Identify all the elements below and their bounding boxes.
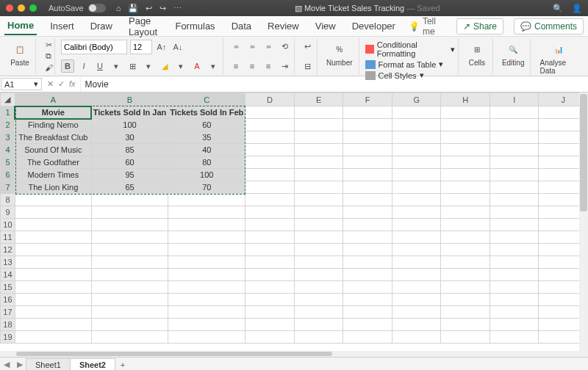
row-header[interactable]: 7 [1, 181, 15, 194]
row-header[interactable]: 15 [1, 281, 15, 294]
cell[interactable] [490, 281, 538, 294]
cell[interactable] [392, 194, 441, 206]
cell[interactable] [490, 269, 538, 281]
cell[interactable] [490, 181, 538, 194]
cell[interactable] [91, 319, 168, 331]
decrease-font-icon[interactable]: A↓ [171, 40, 184, 54]
cell[interactable] [343, 306, 392, 319]
cell[interactable] [294, 106, 343, 119]
font-size-select[interactable] [130, 40, 152, 54]
formula-input[interactable]: Movie [80, 78, 588, 91]
cell[interactable] [343, 206, 392, 219]
col-header-i[interactable]: I [490, 93, 538, 106]
tab-data[interactable]: Data [229, 18, 254, 35]
cell[interactable] [343, 281, 392, 294]
cell[interactable] [294, 219, 343, 231]
name-box[interactable]: A1 ▾ [1, 78, 42, 90]
horizontal-scrollbar[interactable] [0, 351, 588, 357]
maximize-window-button[interactable] [29, 4, 37, 12]
cell[interactable] [294, 269, 343, 281]
editing-button[interactable]: 🔍 Editing [499, 40, 528, 68]
cell[interactable] [441, 106, 490, 119]
font-name-select[interactable] [61, 40, 127, 54]
cell[interactable] [343, 169, 392, 181]
cell[interactable] [441, 256, 490, 269]
tell-me[interactable]: 💡 Tell me [409, 16, 436, 37]
align-left-icon[interactable]: ≡ [229, 59, 243, 73]
cell[interactable] [441, 244, 490, 256]
cell[interactable] [245, 244, 295, 256]
cell[interactable] [392, 206, 441, 219]
cell[interactable] [294, 306, 343, 319]
home-icon[interactable]: ⌂ [116, 4, 121, 13]
cell[interactable] [343, 294, 392, 306]
cell[interactable] [15, 231, 91, 244]
cell[interactable] [490, 131, 538, 144]
cell[interactable] [294, 294, 343, 306]
cell[interactable] [168, 231, 245, 244]
cell[interactable] [343, 119, 392, 131]
row-header[interactable]: 11 [1, 231, 15, 244]
cell[interactable] [294, 244, 343, 256]
indent-icon[interactable]: ⇥ [278, 59, 291, 73]
sheet-nav-next[interactable]: ▶ [13, 360, 26, 369]
cell[interactable] [490, 244, 538, 256]
row-header[interactable]: 14 [1, 269, 15, 281]
cell[interactable] [441, 281, 490, 294]
cell[interactable] [245, 319, 295, 331]
cell[interactable] [15, 269, 91, 281]
search-icon[interactable]: 🔍 [553, 4, 563, 13]
cell[interactable] [294, 194, 343, 206]
row-header[interactable]: 19 [1, 331, 15, 344]
tab-developer[interactable]: Developer [349, 18, 398, 35]
autosave-toggle[interactable] [88, 4, 106, 12]
tab-review[interactable]: Review [265, 18, 302, 35]
row-header[interactable]: 18 [1, 319, 15, 331]
cell[interactable] [490, 256, 538, 269]
cell[interactable]: 80 [168, 156, 245, 169]
cell[interactable] [392, 331, 441, 344]
select-all-corner[interactable]: ◢ [1, 93, 15, 106]
cell[interactable] [245, 106, 295, 119]
cell[interactable] [392, 294, 441, 306]
tab-home[interactable]: Home [4, 17, 37, 35]
cell[interactable]: 60 [168, 119, 245, 131]
cell[interactable] [392, 269, 441, 281]
cell[interactable] [392, 181, 441, 194]
cell[interactable] [392, 106, 441, 119]
cell[interactable]: Sound Of Music [15, 144, 91, 156]
cell[interactable] [15, 306, 91, 319]
cell[interactable] [91, 219, 168, 231]
cell[interactable] [392, 219, 441, 231]
cell[interactable] [343, 131, 392, 144]
cell[interactable] [168, 294, 245, 306]
cell[interactable] [490, 219, 538, 231]
italic-button[interactable]: I [77, 59, 90, 73]
cell[interactable] [245, 219, 295, 231]
row-header[interactable]: 1 [1, 106, 15, 119]
col-header-c[interactable]: C [168, 93, 245, 106]
close-window-button[interactable] [6, 4, 13, 12]
fill-color-dropdown-icon[interactable]: ▾ [174, 59, 187, 73]
cell[interactable] [441, 131, 490, 144]
cell[interactable]: 85 [91, 144, 168, 156]
cell[interactable] [441, 144, 490, 156]
cell[interactable] [343, 144, 392, 156]
cell[interactable]: 40 [168, 144, 245, 156]
row-header[interactable]: 5 [1, 156, 15, 169]
cell[interactable] [15, 206, 91, 219]
col-header-h[interactable]: H [441, 93, 490, 106]
cell[interactable] [15, 244, 91, 256]
cell[interactable] [343, 156, 392, 169]
cell[interactable] [392, 131, 441, 144]
tab-page-layout[interactable]: Page Layout [126, 12, 162, 40]
cell[interactable] [343, 244, 392, 256]
cell[interactable] [168, 194, 245, 206]
border-dropdown-icon[interactable]: ▾ [142, 59, 155, 73]
cell[interactable] [294, 281, 343, 294]
conditional-formatting-button[interactable]: Conditional Formatting ▾ [365, 40, 455, 59]
row-header[interactable]: 2 [1, 119, 15, 131]
row-header[interactable]: 13 [1, 256, 15, 269]
row-header[interactable]: 9 [1, 206, 15, 219]
cell[interactable] [490, 331, 538, 344]
